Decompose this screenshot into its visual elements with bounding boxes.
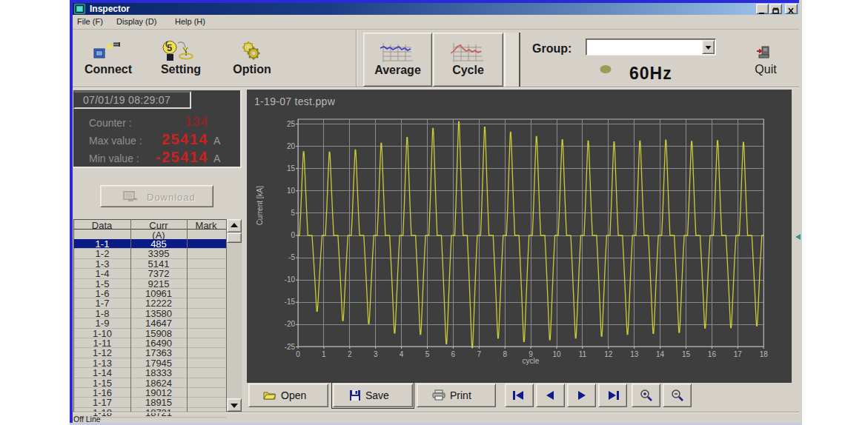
svg-text:1: 1 xyxy=(322,350,326,358)
svg-text:2: 2 xyxy=(348,350,352,358)
svg-text:15: 15 xyxy=(682,350,691,358)
svg-text:7: 7 xyxy=(477,350,482,358)
svg-text:14: 14 xyxy=(656,350,665,358)
svg-text:-5: -5 xyxy=(288,253,295,261)
svg-text:-10: -10 xyxy=(285,275,296,284)
svg-text:11: 11 xyxy=(579,350,587,358)
svg-text:-20: -20 xyxy=(285,320,296,328)
svg-text:-15: -15 xyxy=(285,298,296,306)
svg-text:5: 5 xyxy=(291,209,295,217)
svg-text:18: 18 xyxy=(760,350,769,358)
svg-text:3: 3 xyxy=(374,350,378,358)
svg-text:0: 0 xyxy=(291,231,295,239)
svg-text:15: 15 xyxy=(287,164,296,173)
svg-text:5: 5 xyxy=(425,350,430,358)
svg-text:4: 4 xyxy=(400,350,404,358)
svg-text:-25: -25 xyxy=(285,343,296,351)
svg-text:20: 20 xyxy=(287,142,296,150)
svg-text:0: 0 xyxy=(296,350,300,358)
svg-text:17: 17 xyxy=(734,350,743,358)
svg-text:12: 12 xyxy=(604,350,613,358)
svg-text:25: 25 xyxy=(287,120,296,128)
svg-text:16: 16 xyxy=(708,350,717,358)
svg-text:6: 6 xyxy=(451,350,456,358)
svg-text:13: 13 xyxy=(630,350,639,358)
svg-text:5: 5 xyxy=(167,42,172,53)
svg-text:10: 10 xyxy=(287,187,296,195)
